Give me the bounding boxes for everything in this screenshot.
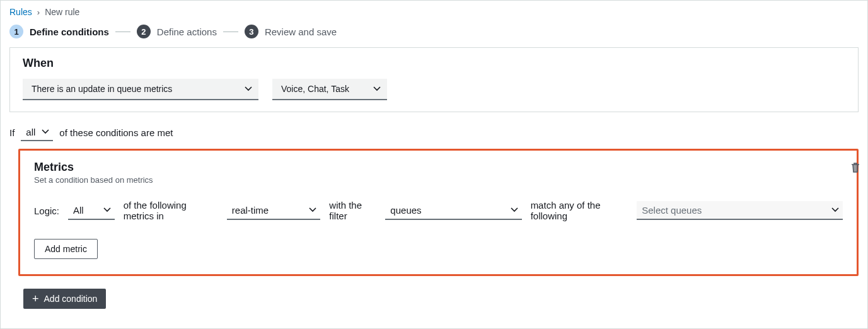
add-metric-button[interactable]: Add metric <box>34 239 98 259</box>
if-clause: If all of these conditions are met <box>1 124 867 149</box>
metrics-condition-card: Metrics Set a condition based on metrics… <box>18 149 859 276</box>
caret-down-icon <box>245 86 252 91</box>
plus-icon: + <box>32 294 39 303</box>
wizard-steps: 1 Define conditions 2 Define actions 3 R… <box>1 22 867 47</box>
metrics-title: Metrics <box>34 161 153 174</box>
caret-down-icon <box>42 129 49 134</box>
chevron-right-icon: › <box>37 8 40 17</box>
timeframe-value: real-time <box>232 205 269 216</box>
caret-down-icon <box>831 207 839 212</box>
if-suffix: of these conditions are met <box>59 127 173 138</box>
step-review-save[interactable]: 3 Review and save <box>245 25 337 38</box>
caret-down-icon <box>373 86 381 91</box>
step-connector <box>223 32 238 32</box>
logic-label: Logic: <box>34 205 59 216</box>
channel-select[interactable]: Voice, Chat, Task <box>272 79 387 100</box>
logic-value: All <box>73 205 84 216</box>
caret-down-icon <box>309 207 316 212</box>
trigger-value: There is an update in queue metrics <box>32 84 172 94</box>
metrics-subtitle: Set a condition based on metrics <box>34 175 153 185</box>
breadcrumb: Rules › New rule <box>1 1 867 22</box>
if-mode-select[interactable]: all <box>21 124 53 141</box>
filter-value: queues <box>390 205 421 216</box>
if-prefix: If <box>9 127 14 138</box>
breadcrumb-root-link[interactable]: Rules <box>9 7 32 17</box>
caret-down-icon <box>103 207 111 212</box>
step-connector <box>115 32 130 32</box>
trigger-select[interactable]: There is an update in queue metrics <box>23 79 258 100</box>
when-heading: When <box>10 48 858 74</box>
step-define-conditions[interactable]: 1 Define conditions <box>9 25 109 38</box>
breadcrumb-current: New rule <box>45 7 79 17</box>
queues-placeholder: Select queues <box>642 205 702 216</box>
step-number: 2 <box>137 25 151 38</box>
step-label: Review and save <box>265 26 337 37</box>
channel-value: Voice, Chat, Task <box>281 84 349 94</box>
step-label: Define actions <box>157 26 217 37</box>
add-condition-label: Add condition <box>44 294 98 304</box>
step-number: 1 <box>9 25 23 38</box>
caret-down-icon <box>511 207 518 212</box>
filter-select[interactable]: queues <box>385 201 521 220</box>
when-panel: When There is an update in queue metrics… <box>9 47 859 112</box>
logic-select[interactable]: All <box>68 201 115 220</box>
text-of-following: of the following metrics in <box>124 200 218 221</box>
queues-multiselect[interactable]: Select queues <box>637 201 843 220</box>
trash-icon[interactable] <box>850 162 862 175</box>
step-label: Define conditions <box>30 26 109 37</box>
step-number: 3 <box>245 25 258 38</box>
timeframe-select[interactable]: real-time <box>227 201 321 220</box>
if-mode-value: all <box>26 127 35 137</box>
add-condition-button[interactable]: + Add condition <box>23 289 106 309</box>
text-with-filter: with the filter <box>329 200 376 221</box>
text-match: match any of the following <box>531 200 628 221</box>
step-define-actions[interactable]: 2 Define actions <box>137 25 217 38</box>
